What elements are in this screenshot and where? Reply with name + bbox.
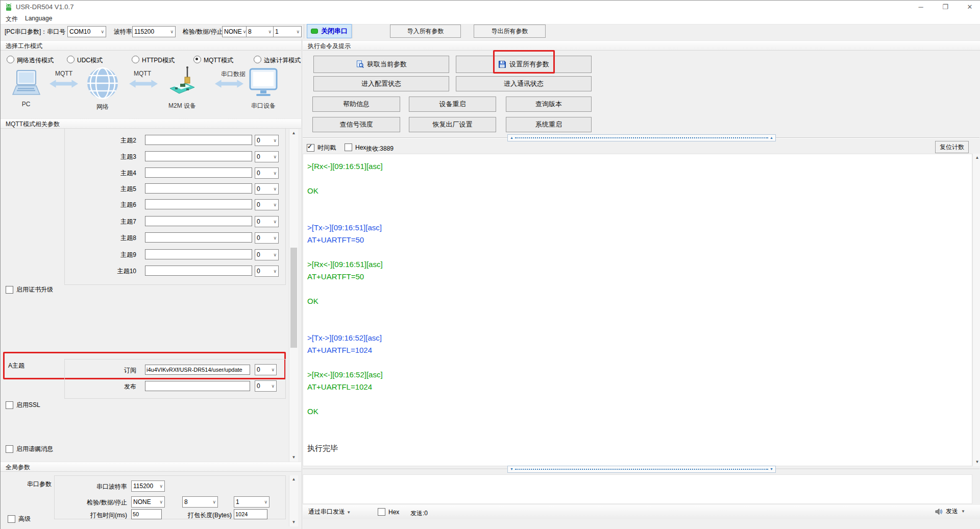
topic-input[interactable] — [145, 232, 252, 243]
trackbar-thumb-icon[interactable]: ▼ — [510, 467, 513, 472]
node-label-m2m: M2M 设备 — [166, 102, 198, 110]
reset-count-button[interactable]: 复位计数 — [935, 141, 969, 153]
cmd-button-r3-1[interactable]: 帮助信息 — [312, 97, 400, 112]
cmd-button-r3-2[interactable]: 设备重启 — [409, 97, 496, 112]
work-mode-radio-5[interactable]: 边缘计算模式 — [254, 56, 301, 65]
send-hex-checkbox[interactable]: Hex — [378, 508, 399, 516]
send-input[interactable] — [303, 474, 972, 504]
publish-topic-input[interactable] — [145, 381, 250, 391]
topic-qos-select[interactable]: 0∨ — [255, 167, 279, 179]
topic-qos-select[interactable]: 0∨ — [255, 249, 279, 260]
work-mode-radio-1[interactable]: 网络透传模式 — [7, 56, 54, 65]
baud-select[interactable]: 115200∨ — [132, 26, 176, 37]
node-label-pc: PC — [16, 101, 36, 108]
work-mode-radio-2[interactable]: UDC模式 — [67, 56, 103, 65]
topic-input[interactable] — [145, 151, 252, 161]
topic-input[interactable] — [145, 135, 252, 145]
global-databits-select[interactable]: 8∨ — [182, 496, 218, 508]
export-all-button[interactable]: 导出所有参数 — [474, 25, 546, 38]
scroll-up-icon[interactable]: ▲ — [289, 129, 298, 137]
parity-select[interactable]: NONE∨ — [222, 26, 247, 37]
scroll-down-icon[interactable]: ▼ — [289, 518, 298, 526]
globe-icon — [86, 67, 119, 100]
a-topic-label: A主题 — [8, 362, 24, 370]
close-serial-button[interactable]: 关闭串口 — [307, 24, 352, 38]
cmd-button-r1-1[interactable]: 获取当前参数 — [313, 56, 449, 73]
com-port-select[interactable]: COM10∨ — [67, 26, 106, 37]
cmd-button-r4-2[interactable]: 恢复出厂设置 — [409, 117, 496, 132]
topic-qos-select[interactable]: 0∨ — [255, 183, 279, 195]
minimize-button[interactable]: ─ — [913, 2, 928, 12]
stopbits-select[interactable]: 1∨ — [273, 26, 302, 37]
cmd-button-r2-2[interactable]: 进入通讯状态 — [456, 76, 592, 91]
chevron-down-icon: ∨ — [273, 138, 277, 143]
chevron-down-icon: ∨ — [159, 499, 163, 504]
topic-qos-select[interactable]: 0∨ — [255, 232, 279, 244]
send-button[interactable]: 发送 ▼ — [935, 507, 965, 516]
cert-upgrade-checkbox[interactable]: 启用证书升级 — [6, 285, 53, 294]
topic-input[interactable] — [145, 266, 252, 276]
work-mode-radio-4[interactable]: MQTT模式 — [193, 56, 233, 65]
topic-qos-select[interactable]: 0∨ — [255, 151, 279, 162]
pack-time-input[interactable] — [131, 509, 162, 519]
scrollbar-thumb[interactable] — [290, 248, 297, 348]
scroll-up-icon[interactable]: ▲ — [973, 154, 980, 162]
publish-qos-select[interactable]: 0∨ — [255, 380, 277, 392]
global-parity-select[interactable]: NONE∨ — [131, 496, 165, 508]
restore-button[interactable]: ❐ — [938, 2, 953, 12]
cmd-button-r4-1[interactable]: 查信号强度 — [312, 117, 400, 132]
command-panel-header: 执行命令及提示 — [303, 40, 980, 51]
log-line — [307, 246, 972, 258]
global-params-scrollbar[interactable]: ▲ ▼ — [289, 475, 298, 526]
topic-input[interactable] — [145, 249, 252, 259]
subscribe-topic-input[interactable] — [145, 365, 250, 375]
recv-hex-checkbox[interactable]: Hex — [345, 143, 366, 151]
search-doc-icon — [356, 60, 364, 68]
work-mode-radio-3[interactable]: HTTPD模式 — [132, 56, 175, 65]
top-trackbar[interactable]: ▲ ▲ — [507, 134, 776, 141]
scroll-up-icon[interactable]: ▲ — [289, 475, 298, 484]
topic-qos-select[interactable]: 0∨ — [255, 199, 279, 210]
topic-qos-select[interactable]: 0∨ — [255, 266, 279, 277]
topic-input[interactable] — [145, 199, 252, 209]
cmd-button-r3-3[interactable]: 查询版本 — [506, 97, 592, 112]
menu-file[interactable]: 文件 — [6, 15, 18, 23]
log-output[interactable]: >[Rx<-][09:16:51][asc] OK >[Tx->][09:16:… — [303, 154, 972, 466]
subscribe-qos-select[interactable]: 0∨ — [255, 364, 277, 375]
advanced-checkbox[interactable]: 高级 — [8, 515, 31, 523]
topic-row-主题5: 主题50∨ — [1, 183, 285, 195]
topic-input[interactable] — [145, 216, 252, 226]
trackbar-thumb-icon[interactable]: ▲ — [510, 135, 513, 140]
ssl-checkbox[interactable]: 启用SSL — [6, 401, 40, 410]
log-line: >[Tx->][09:16:51][asc] — [307, 222, 972, 234]
pack-len-input[interactable] — [234, 509, 267, 519]
trackbar-thumb-icon[interactable]: ▼ — [770, 467, 773, 472]
trackbar-thumb-icon[interactable]: ▲ — [770, 135, 773, 140]
topic-input[interactable] — [145, 167, 252, 178]
topic-qos-select[interactable]: 0∨ — [255, 216, 279, 227]
topic-row-主题4: 主题40∨ — [1, 167, 285, 179]
global-stopbits-select[interactable]: 1∨ — [234, 496, 270, 508]
will-message-checkbox[interactable]: 启用遗嘱消息 — [6, 445, 53, 453]
bottom-trackbar[interactable]: ▼ ▼ — [507, 466, 776, 473]
timestamp-checkbox[interactable]: 时间戳 — [307, 143, 336, 152]
global-baud-select[interactable]: 115200∨ — [131, 480, 165, 492]
topic-input[interactable] — [145, 183, 252, 194]
panel-divider — [302, 39, 302, 529]
trackbar-ticks — [515, 469, 768, 470]
send-via-serial-dropdown[interactable]: 通过串口发送 ▼ — [308, 508, 351, 516]
import-all-button[interactable]: 导入所有参数 — [390, 25, 461, 38]
scroll-down-icon[interactable]: ▼ — [289, 453, 298, 462]
scroll-down-icon[interactable]: ▼ — [973, 458, 980, 466]
databits-select[interactable]: 8∨ — [246, 26, 274, 37]
chevron-down-icon: ∨ — [273, 171, 277, 176]
topic-qos-select[interactable]: 0∨ — [255, 135, 279, 146]
topic-label: 主题5 — [87, 185, 136, 194]
log-scrollbar[interactable]: ▲ ▼ — [972, 154, 980, 466]
chevron-down-icon: ∨ — [170, 29, 174, 34]
menu-language[interactable]: Language — [25, 15, 52, 22]
mqtt-params-scrollbar[interactable]: ▲ ▼ — [289, 129, 298, 462]
close-button[interactable]: ✕ — [962, 2, 977, 12]
cmd-button-r4-3[interactable]: 系统重启 — [506, 117, 592, 132]
cmd-button-r2-1[interactable]: 进入配置状态 — [313, 76, 449, 91]
